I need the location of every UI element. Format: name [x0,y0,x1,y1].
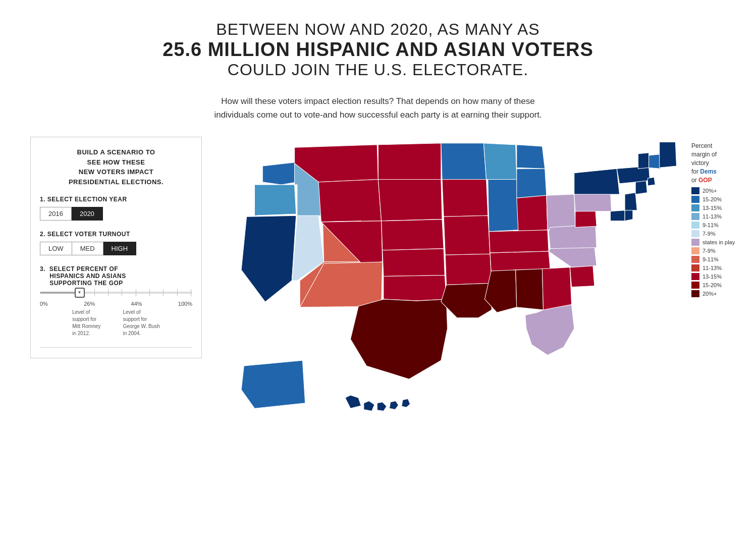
legend-item-dem-15-20: 15-20% [691,196,756,203]
legend-label-gop-13-15: 13-15% [703,274,722,280]
sublabel-spacer-right [182,309,192,337]
legend-item-gop-20plus: 20%+ [691,290,756,297]
state-vt[interactable] [638,153,649,169]
legend-panel: Percentmargin ofvictoryfor Demsor GOP 20… [691,137,756,448]
turnout-med-button[interactable]: MED [72,242,103,255]
year-2020-button[interactable]: 2020 [72,207,103,221]
slider-fill [40,292,80,294]
legend-swatch-gop-7-9 [691,247,699,254]
slider-dash-6 [149,289,150,296]
header-line1: BETWEEN NOW AND 2020, AS MANY AS [30,20,726,39]
legend-swatch-dem-11-13 [691,213,699,220]
map-content [212,137,691,448]
slider-sublabels: Level ofsupport forMitt Romneyin 2012. L… [40,309,192,337]
state-wy[interactable] [318,180,382,222]
sublabel-romney: Level ofsupport forMitt Romneyin 2012. [72,309,100,337]
header-line2: 25.6 MILLION HISPANIC AND ASIAN VOTERS [30,39,726,61]
legend-label-gop-9-11: 9-11% [703,256,719,262]
state-mi-upper[interactable] [517,145,545,169]
slider-dash-4 [122,289,122,296]
state-wa[interactable] [262,162,297,185]
legend-item-gop-15-20: 15-20% [691,282,756,289]
state-nh[interactable] [649,154,661,169]
legend-swatch-gop-20plus [691,290,699,297]
state-de[interactable] [625,209,633,221]
legend-swatch-gop-15-20 [691,282,699,289]
legend-swatch-in-play [691,239,699,246]
state-in[interactable] [517,195,548,232]
us-map-svg [212,137,691,446]
legend-label-gop-11-13: 11-13% [703,265,722,271]
state-mo[interactable] [444,216,490,255]
legend-item-dem-11-13: 11-13% [691,213,756,220]
state-wi[interactable] [483,143,516,180]
map-wrapper: Percentmargin ofvictoryfor Demsor GOP 20… [212,137,756,448]
legend-swatch-dem-9-11 [691,222,699,229]
state-pa[interactable] [574,193,612,211]
state-wv[interactable] [575,210,597,228]
sublabel-spacer-left [40,309,50,337]
legend-swatch-gop-13-15 [691,273,699,280]
state-sc[interactable] [570,265,595,287]
state-il[interactable] [488,180,518,232]
legend-item-gop-9-11: 9-11% [691,256,756,263]
turnout-low-button[interactable]: LOW [40,242,72,255]
slider-dash-area [80,289,192,296]
slider-dash-9 [191,289,191,296]
slider-labels: 0% 26% 44% 100% [40,301,192,307]
state-ia[interactable] [442,180,488,217]
turnout-high-button[interactable]: HIGH [103,242,137,255]
state-or[interactable] [254,185,296,215]
legend-title: Percentmargin ofvictoryfor Demsor GOP [691,142,756,184]
slider-dash-2 [94,289,95,296]
section2-label: 2. SELECT VOTER TURNOUT [40,231,192,238]
legend-item-gop-7-9: 7-9% [691,247,756,254]
state-ne[interactable] [382,220,444,250]
panel-title-text: BUILD A SCENARIO TOSEE HOW THESENEW VOTE… [69,148,164,186]
legend-label-gop-15-20: 15-20% [703,282,722,288]
slider-thumb[interactable]: ▼ [75,288,85,298]
state-ma[interactable] [617,166,650,184]
slider-section: ▼ 0% 26% 44% 100% Level ofsupport forMit… [40,292,192,337]
section1-label: 1. SELECT ELECTION YEAR [40,196,192,203]
slider-dash-7 [163,289,164,296]
state-al[interactable] [516,269,544,310]
state-ky[interactable] [489,230,549,253]
state-va[interactable] [549,225,597,249]
year-button-group: 2016 2020 [40,207,192,221]
panel-title: BUILD A SCENARIO TOSEE HOW THESENEW VOTE… [40,147,192,187]
slider-label-44: 44% [131,301,142,307]
legend-label-dem-7-9: 7-9% [703,231,716,237]
state-nd[interactable] [378,143,441,180]
legend-label-in-play: states in play [703,239,735,245]
header-line3: COULD JOIN THE U.S. ELECTORATE. [30,61,726,79]
state-mn[interactable] [441,143,487,180]
state-me[interactable] [660,142,677,168]
legend-label-dem-11-13: 11-13% [703,213,722,220]
state-ak[interactable] [241,361,305,409]
sublabel-bush: Level ofsupport forGeorge W. Bushin 2004… [123,309,159,337]
state-ar[interactable] [445,254,492,285]
year-2016-button[interactable]: 2016 [40,207,72,221]
legend-dems-label: Dems [700,168,717,175]
state-oh[interactable] [547,194,575,230]
slider-label-0: 0% [40,301,48,307]
slider-dash-5 [136,289,136,296]
state-ny[interactable] [574,169,620,195]
slider-label-26: 26% [84,301,95,307]
state-ks[interactable] [383,249,445,277]
state-sd[interactable] [378,180,442,221]
state-ri[interactable] [647,178,655,186]
slider-container: ▼ [40,292,192,294]
legend-swatch-dem-13-15 [691,204,699,211]
slider-dash-8 [177,289,178,296]
state-ok[interactable] [384,276,447,301]
legend-item-dem-20plus: 20%+ [691,187,756,194]
state-nj[interactable] [625,193,637,210]
slider-label-100: 100% [178,301,192,307]
state-md[interactable] [611,210,625,221]
panel-divider [40,347,192,348]
legend-gop-label: GOP [698,177,712,184]
state-ct[interactable] [635,181,647,194]
state-tn[interactable] [490,251,550,271]
